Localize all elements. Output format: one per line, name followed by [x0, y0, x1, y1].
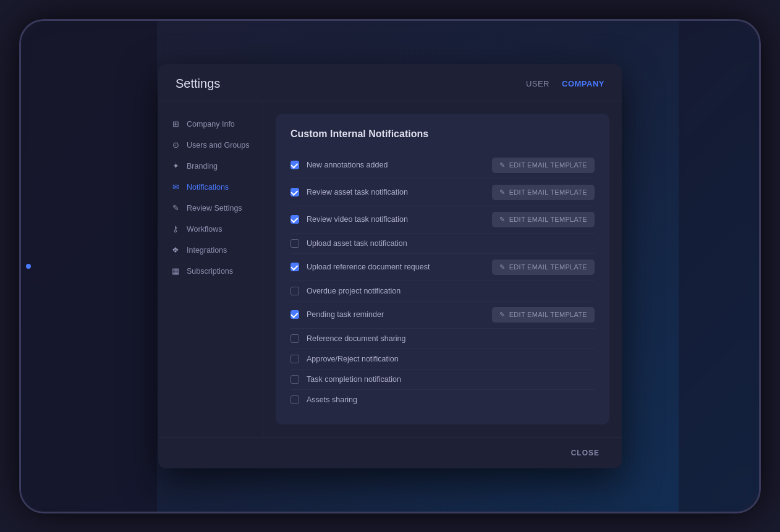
subscriptions-icon: ▦: [171, 266, 180, 276]
edit-template-btn-upload-reference-doc[interactable]: ✎EDIT EMAIL TEMPLATE: [492, 260, 595, 275]
edit-btn-label-pending-task-reminder: EDIT EMAIL TEMPLATE: [509, 311, 587, 318]
notif-row-approve-reject: Approve/Reject notification: [290, 349, 595, 369]
checkbox-new-annotations[interactable]: [290, 161, 299, 169]
checkbox-upload-asset-task[interactable]: [290, 239, 299, 248]
notif-left-assets-sharing: Assets sharing: [290, 395, 357, 404]
notif-label-reference-doc-sharing: Reference document sharing: [307, 334, 406, 343]
notif-row-new-annotations: New annotations added✎EDIT EMAIL TEMPLAT…: [290, 152, 595, 179]
close-button[interactable]: CLOSE: [566, 446, 604, 460]
edit-template-btn-new-annotations[interactable]: ✎EDIT EMAIL TEMPLATE: [492, 158, 595, 173]
tab-company[interactable]: COMPANY: [562, 79, 604, 88]
sidebar-item-branding[interactable]: ✦ Branding: [158, 156, 263, 177]
settings-sidebar: ⊞ Company Info ⊙ Users and Groups ✦ Bran…: [158, 101, 263, 437]
notif-row-upload-asset-task: Upload asset task notification: [290, 234, 595, 254]
sidebar-item-subscriptions[interactable]: ▦ Subscriptions: [158, 261, 263, 282]
settings-modal: Settings USER COMPANY ⊞ Company Info ⊙ U: [158, 64, 622, 468]
modal-header: Settings USER COMPANY: [158, 64, 622, 101]
notif-row-task-completion: Task completion notification: [290, 369, 595, 390]
company-info-icon: ⊞: [171, 119, 180, 129]
notif-label-approve-reject: Approve/Reject notification: [307, 355, 399, 363]
modal-overlay: Settings USER COMPANY ⊞ Company Info ⊙ U: [21, 21, 759, 512]
checkbox-reference-doc-sharing[interactable]: [290, 334, 299, 343]
edit-icon-pending-task-reminder: ✎: [499, 311, 505, 319]
edit-icon-new-annotations: ✎: [499, 161, 505, 169]
modal-title: Settings: [176, 77, 220, 91]
edit-btn-label-upload-reference-doc: EDIT EMAIL TEMPLATE: [509, 263, 587, 271]
review-settings-icon: ✎: [171, 203, 180, 213]
checkbox-review-asset-task[interactable]: [290, 188, 299, 196]
checkbox-pending-task-reminder[interactable]: [290, 310, 299, 319]
notif-label-assets-sharing: Assets sharing: [307, 395, 357, 404]
edit-template-btn-review-video-task[interactable]: ✎EDIT EMAIL TEMPLATE: [492, 212, 595, 227]
sidebar-item-company-info[interactable]: ⊞ Company Info: [158, 114, 263, 135]
device-frame: Settings USER COMPANY ⊞ Company Info ⊙ U: [19, 19, 761, 513]
notif-row-review-asset-task: Review asset task notification✎EDIT EMAI…: [290, 179, 595, 206]
edit-icon-review-video-task: ✎: [499, 216, 505, 224]
notifications-list: New annotations added✎EDIT EMAIL TEMPLAT…: [290, 152, 595, 410]
checkbox-task-completion[interactable]: [290, 375, 299, 384]
section-title: Custom Internal Notifications: [290, 129, 595, 140]
notif-left-review-asset-task: Review asset task notification: [290, 188, 408, 196]
notif-label-new-annotations: New annotations added: [307, 161, 388, 169]
sidebar-label-company-info: Company Info: [187, 120, 235, 129]
notif-row-assets-sharing: Assets sharing: [290, 390, 595, 410]
notif-label-overdue-project: Overdue project notification: [307, 287, 401, 295]
notif-left-overdue-project: Overdue project notification: [290, 287, 401, 295]
main-content: Custom Internal Notifications New annota…: [263, 101, 622, 437]
checkbox-review-video-task[interactable]: [290, 215, 299, 224]
notif-label-pending-task-reminder: Pending task reminder: [307, 310, 384, 319]
notif-label-task-completion: Task completion notification: [307, 375, 401, 384]
sidebar-item-integrations[interactable]: ❖ Integrations: [158, 240, 263, 261]
integrations-icon: ❖: [171, 245, 180, 255]
edit-btn-label-review-video-task: EDIT EMAIL TEMPLATE: [509, 216, 587, 223]
notif-label-upload-asset-task: Upload asset task notification: [307, 239, 407, 248]
notif-row-upload-reference-doc: Upload reference document request✎EDIT E…: [290, 254, 595, 281]
sidebar-item-notifications[interactable]: ✉ Notifications: [158, 177, 263, 198]
notifications-card: Custom Internal Notifications New annota…: [276, 114, 609, 424]
checkbox-upload-reference-doc[interactable]: [290, 263, 299, 271]
sidebar-label-integrations: Integrations: [187, 246, 227, 255]
sidebar-item-workflows[interactable]: ⚷ Workflows: [158, 219, 263, 240]
notif-left-review-video-task: Review video task notification: [290, 215, 408, 224]
sidebar-item-review-settings[interactable]: ✎ Review Settings: [158, 198, 263, 219]
checkbox-assets-sharing[interactable]: [290, 395, 299, 404]
modal-footer: CLOSE: [158, 437, 622, 468]
edit-icon-upload-reference-doc: ✎: [499, 263, 505, 271]
checkbox-approve-reject[interactable]: [290, 355, 299, 363]
checkbox-overdue-project[interactable]: [290, 287, 299, 295]
users-groups-icon: ⊙: [171, 140, 180, 150]
sidebar-label-notifications: Notifications: [187, 183, 229, 192]
notifications-icon: ✉: [171, 182, 180, 192]
workflows-icon: ⚷: [171, 224, 180, 234]
edit-btn-label-review-asset-task: EDIT EMAIL TEMPLATE: [509, 188, 587, 196]
branding-icon: ✦: [171, 161, 180, 171]
modal-body: ⊞ Company Info ⊙ Users and Groups ✦ Bran…: [158, 101, 622, 437]
notif-label-upload-reference-doc: Upload reference document request: [307, 263, 430, 271]
edit-btn-label-new-annotations: EDIT EMAIL TEMPLATE: [509, 161, 587, 169]
notif-left-upload-reference-doc: Upload reference document request: [290, 263, 430, 271]
tab-group: USER COMPANY: [526, 79, 604, 88]
notif-row-overdue-project: Overdue project notification: [290, 281, 595, 302]
notif-left-reference-doc-sharing: Reference document sharing: [290, 334, 406, 343]
notif-label-review-asset-task: Review asset task notification: [307, 188, 408, 196]
sidebar-label-users-groups: Users and Groups: [187, 141, 249, 150]
notif-left-pending-task-reminder: Pending task reminder: [290, 310, 384, 319]
notif-row-review-video-task: Review video task notification✎EDIT EMAI…: [290, 206, 595, 234]
notif-row-reference-doc-sharing: Reference document sharing: [290, 329, 595, 349]
sidebar-label-workflows: Workflows: [187, 225, 222, 234]
edit-template-btn-review-asset-task[interactable]: ✎EDIT EMAIL TEMPLATE: [492, 185, 595, 200]
notif-left-task-completion: Task completion notification: [290, 375, 401, 384]
notif-left-approve-reject: Approve/Reject notification: [290, 355, 399, 363]
sidebar-item-users-groups[interactable]: ⊙ Users and Groups: [158, 135, 263, 156]
edit-template-btn-pending-task-reminder[interactable]: ✎EDIT EMAIL TEMPLATE: [492, 307, 595, 323]
notif-left-upload-asset-task: Upload asset task notification: [290, 239, 407, 248]
sidebar-label-branding: Branding: [187, 162, 218, 171]
sidebar-label-subscriptions: Subscriptions: [187, 267, 233, 276]
notif-label-review-video-task: Review video task notification: [307, 215, 408, 224]
notif-left-new-annotations: New annotations added: [290, 161, 388, 169]
sidebar-label-review-settings: Review Settings: [187, 204, 242, 213]
notif-row-pending-task-reminder: Pending task reminder✎EDIT EMAIL TEMPLAT…: [290, 302, 595, 329]
edit-icon-review-asset-task: ✎: [499, 188, 505, 196]
tab-user[interactable]: USER: [526, 79, 549, 88]
